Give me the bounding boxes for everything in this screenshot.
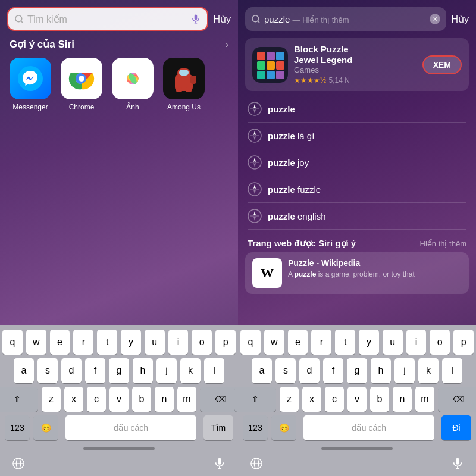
suggestion-item-4[interactable]: puzzle english bbox=[238, 203, 476, 229]
globe-icon-left[interactable] bbox=[12, 457, 25, 470]
clear-search-button[interactable]: ✕ bbox=[430, 14, 440, 24]
key-f[interactable]: f bbox=[85, 358, 105, 383]
suggestion-item-0[interactable]: puzzle bbox=[238, 96, 476, 122]
key-s[interactable]: s bbox=[37, 358, 58, 383]
wiki-info: Puzzle - Wikipedia A puzzle is a game, p… bbox=[288, 258, 415, 280]
app-item-photos[interactable]: Ảnh bbox=[112, 58, 154, 111]
svg-rect-45 bbox=[257, 71, 265, 79]
left-cancel-button[interactable]: Hủy bbox=[213, 14, 231, 25]
key-q[interactable]: q bbox=[2, 330, 23, 355]
key-g[interactable]: g bbox=[109, 358, 129, 383]
left-keyboard: q w e r t y u i o p a s d f g h j k l ⇧ … bbox=[0, 325, 238, 476]
key-p[interactable]: p bbox=[215, 330, 236, 355]
right-key-b[interactable]: b bbox=[370, 387, 389, 412]
app-item-messenger[interactable]: Messenger bbox=[10, 58, 51, 111]
siri-header: Gợi ý của Siri › bbox=[10, 38, 228, 51]
right-key-i[interactable]: i bbox=[406, 330, 427, 355]
right-key-y[interactable]: y bbox=[359, 330, 379, 355]
key-search-left[interactable]: Tìm bbox=[203, 415, 233, 440]
globe-icon-right[interactable] bbox=[250, 457, 263, 470]
right-key-a[interactable]: a bbox=[252, 358, 272, 383]
right-key-u[interactable]: u bbox=[383, 330, 403, 355]
mic-icon[interactable] bbox=[190, 14, 201, 24]
suggestion-text-4: puzzle english bbox=[268, 211, 326, 221]
right-key-c[interactable]: c bbox=[325, 387, 344, 412]
right-key-o[interactable]: o bbox=[430, 330, 450, 355]
search-icon-right bbox=[251, 14, 261, 24]
right-key-d[interactable]: d bbox=[299, 358, 320, 383]
mic-bottom-icon-left[interactable] bbox=[213, 457, 226, 470]
app-item-among-us[interactable]: Among Us bbox=[163, 58, 205, 111]
key-h[interactable]: h bbox=[133, 358, 153, 383]
right-key-backspace[interactable]: ⌫ bbox=[438, 387, 476, 412]
right-key-w[interactable]: w bbox=[264, 330, 284, 355]
key-m[interactable]: m bbox=[177, 387, 196, 412]
svg-rect-44 bbox=[276, 61, 284, 70]
right-key-emoji[interactable]: 😊 bbox=[271, 415, 296, 440]
key-u[interactable]: u bbox=[145, 330, 165, 355]
suggestion-item-3[interactable]: puzzle fuzzle bbox=[238, 176, 476, 202]
key-z[interactable]: z bbox=[42, 387, 61, 412]
app-result-card[interactable]: Block Puzzle Jewel Legend Games ★★★★½ 5,… bbox=[245, 38, 469, 91]
key-numbers-left[interactable]: 123 bbox=[5, 415, 30, 440]
right-key-t[interactable]: t bbox=[335, 330, 355, 355]
key-o[interactable]: o bbox=[192, 330, 212, 355]
right-key-e[interactable]: e bbox=[288, 330, 308, 355]
right-key-s[interactable]: s bbox=[275, 358, 296, 383]
xem-button[interactable]: XEM bbox=[422, 55, 462, 74]
key-x[interactable]: x bbox=[64, 387, 83, 412]
right-key-f[interactable]: f bbox=[323, 358, 343, 383]
home-bar-left bbox=[83, 447, 155, 450]
app-item-chrome[interactable]: Chrome bbox=[61, 58, 102, 111]
right-key-n[interactable]: n bbox=[393, 387, 412, 412]
key-n[interactable]: n bbox=[155, 387, 174, 412]
right-key-shift[interactable]: ⇧ bbox=[234, 387, 276, 412]
key-v[interactable]: v bbox=[109, 387, 129, 412]
right-key-numbers[interactable]: 123 bbox=[243, 415, 268, 440]
right-key-k[interactable]: k bbox=[418, 358, 439, 383]
right-key-m[interactable]: m bbox=[415, 387, 434, 412]
left-search-bar[interactable]: Tìm kiếm bbox=[7, 7, 208, 31]
right-key-p[interactable]: p bbox=[453, 330, 474, 355]
right-key-x[interactable]: x bbox=[302, 387, 321, 412]
wikipedia-card[interactable]: W Puzzle - Wikipedia A puzzle is a game,… bbox=[245, 252, 469, 294]
right-key-z[interactable]: z bbox=[280, 387, 299, 412]
key-emoji-left[interactable]: 😊 bbox=[33, 415, 58, 440]
key-d[interactable]: d bbox=[61, 358, 82, 383]
key-b[interactable]: b bbox=[132, 387, 151, 412]
key-w[interactable]: w bbox=[26, 330, 46, 355]
key-i[interactable]: i bbox=[168, 330, 189, 355]
home-bar-right bbox=[321, 447, 393, 450]
right-key-l[interactable]: l bbox=[442, 358, 462, 383]
key-t[interactable]: t bbox=[97, 330, 117, 355]
right-key-h[interactable]: h bbox=[371, 358, 391, 383]
right-cancel-button[interactable]: Hủy bbox=[451, 14, 469, 25]
right-key-go[interactable]: Đi bbox=[441, 415, 471, 440]
right-key-g[interactable]: g bbox=[347, 358, 367, 383]
key-j[interactable]: j bbox=[156, 358, 177, 383]
svg-rect-47 bbox=[276, 71, 284, 79]
web-section-more[interactable]: Hiển thị thêm bbox=[420, 239, 466, 248]
suggestion-item-1[interactable]: puzzle là gì bbox=[238, 123, 476, 149]
key-space-left[interactable]: dấu cách bbox=[65, 415, 196, 440]
right-key-q[interactable]: q bbox=[240, 330, 261, 355]
key-e[interactable]: e bbox=[50, 330, 70, 355]
key-y[interactable]: y bbox=[121, 330, 141, 355]
keyboard-row-1: q w e r t y u i o p bbox=[2, 330, 236, 355]
mic-bottom-icon-right[interactable] bbox=[451, 457, 464, 470]
safari-icon-0 bbox=[248, 102, 262, 116]
right-search-bar[interactable]: puzzle — Hiển thị thêm ✕ bbox=[245, 7, 446, 31]
right-key-r[interactable]: r bbox=[311, 330, 331, 355]
key-a[interactable]: a bbox=[14, 358, 34, 383]
key-shift[interactable]: ⇧ bbox=[0, 387, 38, 412]
key-l[interactable]: l bbox=[204, 358, 224, 383]
key-r[interactable]: r bbox=[73, 330, 93, 355]
key-k[interactable]: k bbox=[180, 358, 201, 383]
key-c[interactable]: c bbox=[87, 387, 106, 412]
siri-chevron-icon[interactable]: › bbox=[226, 39, 228, 50]
right-key-v[interactable]: v bbox=[347, 387, 367, 412]
right-key-space[interactable]: dấu cách bbox=[303, 415, 434, 440]
suggestion-item-2[interactable]: puzzle joy bbox=[238, 149, 476, 176]
right-key-j[interactable]: j bbox=[394, 358, 415, 383]
svg-marker-53 bbox=[253, 131, 256, 135]
